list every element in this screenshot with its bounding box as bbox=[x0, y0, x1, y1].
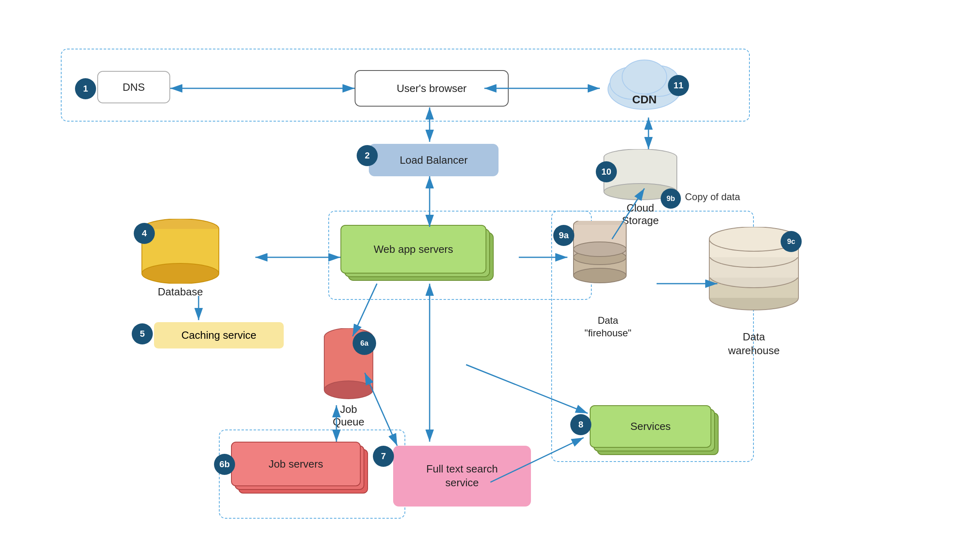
browser-node: User's browser bbox=[355, 70, 509, 107]
badge-services: 8 bbox=[570, 414, 591, 435]
data-warehouse-label: Datawarehouse bbox=[717, 330, 790, 358]
architecture-diagram: 1 DNS User's browser 11 CDN 2 Load Balan… bbox=[0, 0, 963, 560]
dns-node: DNS bbox=[97, 71, 170, 103]
svg-point-21 bbox=[622, 60, 667, 94]
dns-label: DNS bbox=[123, 81, 145, 94]
svg-point-36 bbox=[324, 381, 373, 399]
badge-jobservers: 6b bbox=[214, 454, 235, 475]
database-cylinder: 4 Database bbox=[138, 219, 223, 285]
database-label: Database bbox=[146, 286, 215, 298]
services-label: Services bbox=[630, 420, 671, 433]
svg-point-31 bbox=[142, 263, 219, 284]
badge-database: 4 bbox=[134, 223, 155, 244]
badge-lb: 2 bbox=[357, 145, 378, 166]
fulltext-label: Full text search service bbox=[426, 462, 498, 490]
cdn-cloud: 11 CDN bbox=[600, 45, 689, 119]
fulltext-node: Full text search service bbox=[393, 446, 531, 507]
jobqueue-cylinder: 6a JobQueue bbox=[320, 328, 377, 403]
caching-label: Caching service bbox=[182, 329, 257, 342]
data-warehouse-node: 9c Datawarehouse bbox=[701, 227, 807, 330]
caching-node: Caching service bbox=[154, 322, 284, 348]
copy-data-label: Copy of data bbox=[685, 191, 740, 203]
badge-cdn: 11 bbox=[668, 75, 689, 96]
badge-cloud-storage: 10 bbox=[596, 161, 617, 182]
browser-label: User's browser bbox=[397, 82, 467, 95]
badge-dns: 1 bbox=[75, 78, 96, 99]
svg-point-51 bbox=[574, 242, 626, 256]
lb-node: Load Balancer bbox=[369, 144, 499, 176]
webservers-label: Web app servers bbox=[374, 243, 453, 256]
lb-label: Load Balancer bbox=[400, 154, 468, 167]
cdn-label: CDN bbox=[624, 93, 665, 106]
badge-fulltext: 7 bbox=[373, 446, 394, 467]
svg-point-41 bbox=[574, 268, 626, 283]
badge-data-warehouse: 9c bbox=[781, 231, 802, 252]
jobservers-label: Job servers bbox=[269, 458, 323, 470]
badge-jobqueue: 6a bbox=[353, 331, 376, 355]
jobqueue-label: JobQueue bbox=[316, 403, 381, 428]
data-firehouse-label: Data"firehouse" bbox=[571, 314, 644, 339]
badge-data-firehouse: 9a bbox=[553, 225, 574, 246]
badge-copy-data: 9b bbox=[661, 188, 681, 209]
badge-caching: 5 bbox=[132, 323, 153, 344]
